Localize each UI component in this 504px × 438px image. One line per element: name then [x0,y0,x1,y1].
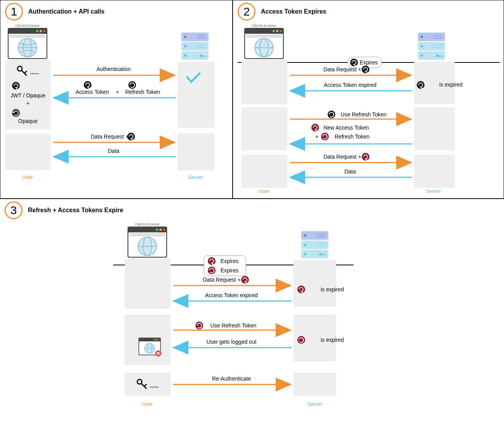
user-box-1b [5,133,51,170]
svg-rect-57 [317,236,325,237]
svg-point-27 [421,36,423,38]
svg-point-58 [304,244,306,246]
new-access-label: New Access Token [323,125,369,131]
new-refresh-label: Refresh Token [335,133,369,140]
browser-caption: Client's browser [15,24,40,28]
server-box-3a [293,260,336,307]
svg-point-45 [156,229,158,231]
user-label-3: User [142,401,153,407]
access-token-dark-icon [12,82,20,90]
svg-point-15 [40,30,42,32]
arrow-auth-label: Authentication [97,66,131,72]
user-box-3c [125,373,171,396]
user-label-2: User [259,188,269,194]
expires-label-3a: Expires [221,258,239,264]
user-box-3a [125,258,171,309]
new-token-req-icon [362,153,369,161]
logged-out-label: User gets logged out [206,339,256,345]
svg-point-8 [184,45,186,47]
expired-access-req-icon [241,276,249,284]
user-box-2a [242,60,287,104]
opaque-label: Opaque [18,118,38,124]
svg-rect-10 [197,47,205,48]
access-expired-icon-3 [208,257,216,265]
svg-point-33 [421,54,423,57]
svg-point-16 [43,30,45,32]
svg-rect-56 [317,234,325,235]
reauth-label: Re-Authenticate [212,376,251,382]
server-stack-icon [181,33,209,60]
svg-rect-32 [433,47,442,48]
svg-point-14 [36,30,38,32]
access-token-req-icon [127,133,135,140]
svg-rect-48 [129,233,165,236]
svg-rect-31 [433,45,442,45]
svg-point-55 [304,234,306,237]
plus-tokens: + [116,89,119,95]
svg-point-11 [184,54,186,57]
is-expired-3a: is expired [321,286,344,293]
svg-point-65 [156,339,157,341]
use-refresh-label-3: Use Refresh Token [211,322,257,329]
step-number-2: 2 [238,3,255,21]
browser-logged-out-icon [139,338,161,357]
data-req-2-label: Data Request + [323,154,361,160]
panel-1-title: Authentication + API calls [28,8,104,15]
server-stack-icon-3 [301,231,328,258]
svg-rect-28 [433,35,442,36]
server-access-expired-icon [297,286,305,293]
is-expired-1: is expired [439,81,463,88]
user-label-1: User [22,174,33,180]
panel-1-header: 1 Authentication + API calls [5,3,228,21]
data-label: Data [108,148,119,154]
arrow-2-2-label: Access Token expired [324,82,376,88]
key-dots: ...... [30,69,39,75]
browser-icon-3: Client's browser [128,222,167,257]
svg-point-46 [159,229,162,231]
data-back-2-label: Data [344,168,356,175]
server-label-1: Server [188,174,204,180]
diagram-1: Client's browser ...... JWT / Opaque + O… [5,23,228,182]
server-box-1b [178,133,214,170]
svg-rect-9 [197,45,205,45]
svg-rect-39 [246,35,282,38]
svg-point-37 [276,30,278,32]
data-request-label: Data Request + [91,133,129,140]
step-number-1: 1 [5,3,23,21]
svg-rect-60 [317,246,325,246]
svg-rect-29 [433,38,442,38]
user-box-2c [242,155,287,188]
arrow-3-1-label: Data Request + [203,277,241,283]
expires-label: Expires [360,59,378,66]
server-stack-icon-2 [418,33,445,60]
user-box-2b [242,107,287,150]
svg-rect-59 [317,243,325,244]
diagram-3: Client's browser Expires Expires [5,222,354,438]
svg-rect-6 [197,35,205,36]
expires-token-icon [350,59,358,66]
server-box-1a [178,62,214,128]
access-token-icon [84,81,91,89]
key-dots-3: ...... [150,383,159,389]
use-refresh-label: Use Refresh Token [341,111,387,118]
expires-label-3b: Expires [221,267,239,274]
req-token-icon-2 [362,66,369,73]
jwt-opaque-label: JWT / Opaque [10,92,45,99]
svg-point-36 [273,30,275,32]
step-number-3: 3 [5,201,22,219]
browser-caption-2: Client's browser [252,24,276,28]
svg-rect-7 [197,38,205,38]
browser-caption-3: Client's browser [135,222,160,226]
svg-point-5 [184,36,186,38]
new-access-token-icon [311,124,319,132]
panel-both-expire: 3 Refresh + Access Tokens Expire Client'… [0,199,504,438]
panel-access-expires: 2 Access Token Expires Client's browser [233,0,504,199]
svg-point-61 [304,253,306,255]
refresh-token-label: Refresh Token [125,89,160,95]
server-box-2b [414,107,455,150]
panel-2-header: 2 Access Token Expires [238,3,500,21]
server-expired-token-icon [417,81,425,89]
svg-point-30 [421,45,423,47]
plus-new: + [315,133,318,140]
diagram-2: Client's browser Expires is expired Data… [238,23,500,194]
